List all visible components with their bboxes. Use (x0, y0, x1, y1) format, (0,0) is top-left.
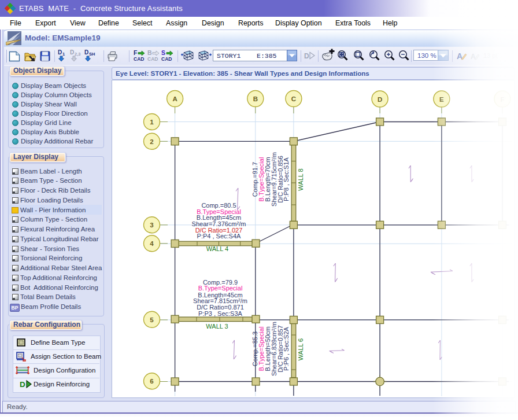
svg-text:P:P8 , Sec:S1A: P:P8 , Sec:S1A (283, 157, 290, 201)
svg-text:SH: SH (89, 51, 95, 57)
svg-text:2,3: 2,3 (75, 51, 80, 57)
svg-text:B: B (253, 95, 258, 102)
svg-text:C: C (291, 95, 296, 102)
svg-text:B.Type=Special: B.Type=Special (198, 285, 243, 292)
svg-text:3: 3 (150, 222, 153, 229)
svg-text:F: F (500, 96, 504, 103)
svg-text:1: 1 (150, 119, 154, 126)
svg-text:E: E (439, 96, 444, 103)
svg-text:13 pt: 13 pt (483, 52, 497, 59)
svg-text:P:P6 , Sec:S2A: P:P6 , Sec:S2A (283, 326, 290, 370)
svg-text:130 %: 130 % (417, 52, 436, 59)
svg-text:WALL 8: WALL 8 (297, 168, 304, 190)
svg-text:WALL 4: WALL 4 (206, 245, 228, 252)
svg-text:5: 5 (150, 316, 154, 323)
svg-text:4: 4 (150, 240, 154, 247)
svg-text:CAD: CAD (161, 56, 172, 62)
svg-text:D: D (58, 49, 62, 56)
svg-text:D: D (378, 96, 382, 103)
svg-text:CAD: CAD (134, 56, 144, 62)
svg-text:A: A (172, 95, 177, 102)
svg-text:D: D (84, 49, 88, 56)
svg-text:E:385: E:385 (257, 52, 277, 60)
svg-text:1: 1 (62, 51, 65, 57)
svg-text:2: 2 (150, 138, 153, 145)
svg-text:D: D (20, 380, 25, 388)
svg-text:D: D (70, 49, 74, 56)
svg-text:B: B (147, 49, 152, 56)
svg-text:S: S (161, 49, 165, 56)
svg-text:WALL 6: WALL 6 (297, 338, 304, 360)
svg-text:WALL 3: WALL 3 (206, 323, 228, 330)
svg-text:6: 6 (150, 378, 153, 385)
svg-text:CAD: CAD (147, 56, 158, 62)
svg-text:P:P4 , Sec:S4A: P:P4 , Sec:S4A (197, 233, 241, 240)
svg-text:D: D (304, 52, 309, 60)
svg-text:F: F (134, 49, 138, 56)
svg-text:STORY1: STORY1 (217, 52, 241, 60)
svg-text:P:P3 , Sec:S3A: P:P3 , Sec:S3A (198, 310, 242, 317)
